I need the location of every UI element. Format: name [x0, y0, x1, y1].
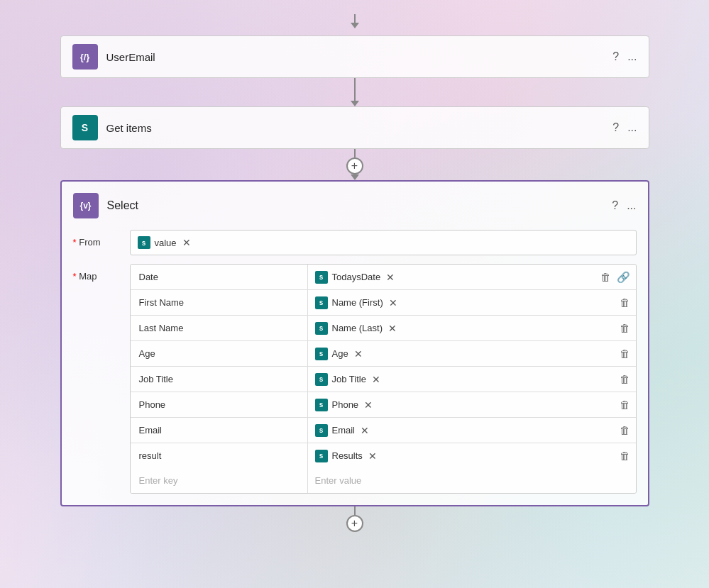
trash-icon[interactable]: 🗑 [620, 322, 630, 334]
map-row: Age s Age ✕ 🗑 [131, 341, 636, 367]
get-items-help-button[interactable]: ? [612, 121, 619, 134]
get-items-icon: S [72, 115, 98, 140]
select-title: Select [107, 199, 612, 212]
select-actions: ? ... [612, 199, 636, 212]
map-value-cell[interactable]: s Phone ✕ [308, 392, 614, 417]
map-row-actions: 🗑 [614, 418, 636, 443]
value-clear-button[interactable]: ✕ [386, 272, 395, 283]
user-email-help-button[interactable]: ? [612, 50, 619, 63]
value-badge: s [315, 271, 328, 284]
map-enter-value: Enter value [308, 468, 636, 493]
map-row: Job Title s Job Title ✕ 🗑 [131, 367, 636, 392]
select-icon: {v} [73, 193, 99, 218]
value-badge: s [315, 424, 328, 437]
value-badge: s [315, 450, 328, 462]
value-clear-button[interactable]: ✕ [361, 425, 369, 436]
map-value-text: Results [332, 450, 363, 461]
value-clear-button[interactable]: ✕ [354, 348, 363, 360]
map-row: Phone s Phone ✕ 🗑 [131, 392, 636, 418]
map-row-actions: 🗑 [614, 367, 636, 392]
map-key: Email [131, 418, 308, 443]
map-value-text: Name (Last) [332, 323, 383, 333]
add-step-button-1[interactable]: + [346, 157, 363, 174]
user-email-icon: {/} [72, 44, 98, 70]
user-email-title: UserEmail [106, 51, 613, 63]
top-arrow [351, 14, 359, 32]
value-badge: s [315, 322, 328, 335]
map-value-cell[interactable]: s TodaysDate ✕ [308, 265, 595, 289]
map-value-cell[interactable]: s Email ✕ [308, 418, 614, 443]
map-key: result [131, 443, 308, 468]
map-rows-container: Date s TodaysDate ✕ 🗑 🔗 First Name s Nam… [131, 265, 636, 468]
value-badge: s [315, 399, 328, 411]
user-email-menu-button[interactable]: ... [627, 50, 637, 63]
map-value-text: Job Title [332, 374, 366, 384]
add-step-button-2[interactable]: + [346, 515, 363, 532]
map-value-cell[interactable]: s Name (Last) ✕ [308, 316, 614, 340]
trash-icon[interactable]: 🗑 [620, 424, 630, 436]
get-items-card: S Get items ? ... [60, 106, 649, 149]
arrow-1 [351, 78, 359, 106]
from-clear-button[interactable]: ✕ [182, 237, 191, 248]
map-row: First Name s Name (First) ✕ 🗑 [131, 290, 636, 316]
map-key: Age [131, 341, 308, 366]
map-value-cell[interactable]: s Name (First) ✕ [308, 290, 614, 315]
map-row: result s Results ✕ 🗑 [131, 443, 636, 468]
map-value-cell[interactable]: s Results ✕ [308, 443, 614, 468]
map-label: * Map [73, 264, 130, 282]
trash-icon[interactable]: 🗑 [620, 296, 630, 309]
value-clear-button[interactable]: ✕ [364, 399, 373, 411]
map-row-actions: 🗑 [614, 290, 636, 315]
get-items-actions: ? ... [612, 121, 637, 134]
map-value-text: TodaysDate [332, 272, 381, 282]
map-row: Email s Email ✕ 🗑 [131, 418, 636, 443]
map-table: Date s TodaysDate ✕ 🗑 🔗 First Name s Nam… [130, 264, 637, 494]
value-clear-button[interactable]: ✕ [389, 297, 397, 309]
map-value-text: Phone [332, 399, 359, 410]
get-items-menu-button[interactable]: ... [627, 121, 637, 134]
map-row: Last Name s Name (Last) ✕ 🗑 [131, 316, 636, 341]
map-section: * Map Date s TodaysDate ✕ 🗑 🔗 First Name… [73, 264, 637, 494]
flow-container: {/} UserEmail ? ... S Get items ? ... + [60, 14, 649, 532]
from-text: value [155, 238, 177, 248]
from-label: * From [73, 230, 130, 248]
value-clear-button[interactable]: ✕ [372, 374, 380, 385]
map-key: Phone [131, 392, 308, 417]
select-menu-button[interactable]: ... [627, 199, 636, 212]
trash-icon[interactable]: 🗑 [620, 348, 630, 360]
map-value-cell[interactable]: s Job Title ✕ [308, 367, 614, 392]
map-row-actions: 🗑 [614, 443, 636, 468]
from-value-field[interactable]: s value ✕ [130, 230, 637, 255]
trash-icon[interactable]: 🗑 [620, 450, 630, 462]
trash-icon[interactable]: 🗑 [600, 271, 611, 283]
map-content: Date s TodaysDate ✕ 🗑 🔗 First Name s Nam… [130, 264, 637, 494]
get-items-title: Get items [106, 122, 613, 134]
value-badge: s [315, 348, 328, 360]
from-badge: s [138, 236, 150, 249]
user-email-card: {/} UserEmail ? ... [60, 35, 649, 78]
map-key: First Name [131, 290, 308, 315]
plus-connector-1: + [346, 149, 363, 180]
map-enter-row: Enter key Enter value [131, 468, 636, 493]
select-help-button[interactable]: ? [612, 199, 618, 212]
map-enter-key: Enter key [131, 468, 308, 493]
value-badge: s [315, 373, 328, 386]
value-clear-button[interactable]: ✕ [388, 323, 397, 334]
value-clear-button[interactable]: ✕ [368, 450, 377, 462]
map-row-actions: 🗑 [614, 341, 636, 366]
map-key: Date [131, 265, 308, 289]
map-key: Job Title [131, 367, 308, 392]
map-value-text: Email [332, 425, 356, 436]
select-card-header: {v} Select ? ... [73, 193, 637, 218]
select-card: {v} Select ? ... * From s value ✕ [60, 180, 649, 506]
map-value-text: Name (First) [332, 297, 383, 308]
map-row-actions: 🗑 [614, 316, 636, 340]
from-row: * From s value ✕ [73, 230, 637, 255]
map-value-cell[interactable]: s Age ✕ [308, 341, 614, 366]
user-email-actions: ? ... [612, 50, 637, 63]
chain-icon[interactable]: 🔗 [617, 271, 630, 284]
map-value-text: Age [332, 348, 348, 359]
value-badge: s [315, 296, 328, 309]
trash-icon[interactable]: 🗑 [620, 399, 630, 411]
trash-icon[interactable]: 🗑 [620, 373, 630, 385]
